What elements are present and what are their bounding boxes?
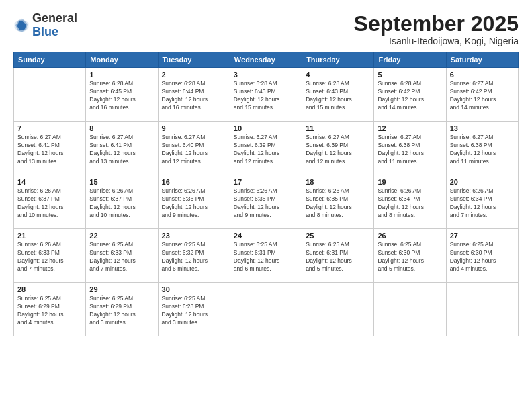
calendar: SundayMondayTuesdayWednesdayThursdayFrid… [13,52,519,336]
calendar-cell: 28Sunrise: 6:25 AM Sunset: 6:29 PM Dayli… [14,283,86,336]
logo-general: General [32,12,77,26]
calendar-week: 28Sunrise: 6:25 AM Sunset: 6:29 PM Dayli… [14,283,519,336]
calendar-week: 14Sunrise: 6:26 AM Sunset: 6:37 PM Dayli… [14,175,519,229]
calendar-cell: 23Sunrise: 6:25 AM Sunset: 6:32 PM Dayli… [158,229,230,283]
day-info: Sunrise: 6:27 AM Sunset: 6:40 PM Dayligh… [162,134,226,166]
day-info: Sunrise: 6:27 AM Sunset: 6:41 PM Dayligh… [17,134,82,166]
calendar-cell [14,68,86,122]
day-number: 18 [306,178,370,186]
day-number: 23 [162,232,226,240]
calendar-header: SundayMondayTuesdayWednesdayThursdayFrid… [14,52,519,68]
day-number: 15 [89,178,154,186]
title-block: September 2025 Isanlu-Itedoijowa, Kogi, … [354,12,519,46]
calendar-cell: 18Sunrise: 6:26 AM Sunset: 6:35 PM Dayli… [302,175,374,229]
day-info: Sunrise: 6:26 AM Sunset: 6:37 PM Dayligh… [17,187,82,220]
calendar-cell [230,283,302,336]
day-info: Sunrise: 6:25 AM Sunset: 6:29 PM Dayligh… [89,295,154,327]
calendar-cell: 2Sunrise: 6:28 AM Sunset: 6:44 PM Daylig… [158,68,230,122]
calendar-cell: 3Sunrise: 6:28 AM Sunset: 6:43 PM Daylig… [230,68,302,122]
calendar-cell: 24Sunrise: 6:25 AM Sunset: 6:31 PM Dayli… [230,229,302,283]
day-info: Sunrise: 6:25 AM Sunset: 6:30 PM Dayligh… [378,241,442,273]
calendar-cell [302,283,374,336]
day-number: 10 [234,124,298,132]
day-info: Sunrise: 6:27 AM Sunset: 6:42 PM Dayligh… [450,80,515,112]
calendar-week: 21Sunrise: 6:26 AM Sunset: 6:33 PM Dayli… [14,229,519,283]
calendar-cell: 22Sunrise: 6:25 AM Sunset: 6:33 PM Dayli… [86,229,158,283]
calendar-cell: 10Sunrise: 6:27 AM Sunset: 6:39 PM Dayli… [230,122,302,175]
calendar-cell: 5Sunrise: 6:28 AM Sunset: 6:42 PM Daylig… [374,68,446,122]
weekday-header: Sunday [14,52,86,68]
logo: General Blue [13,12,77,39]
day-number: 11 [306,124,370,132]
calendar-cell: 25Sunrise: 6:25 AM Sunset: 6:31 PM Dayli… [302,229,374,283]
day-number: 25 [306,232,370,240]
calendar-week: 7Sunrise: 6:27 AM Sunset: 6:41 PM Daylig… [14,122,519,175]
day-number: 8 [89,124,154,132]
day-info: Sunrise: 6:27 AM Sunset: 6:41 PM Dayligh… [89,134,154,166]
weekday-header: Saturday [446,52,518,68]
day-info: Sunrise: 6:27 AM Sunset: 6:39 PM Dayligh… [234,134,298,166]
day-number: 9 [162,124,226,132]
day-info: Sunrise: 6:28 AM Sunset: 6:43 PM Dayligh… [306,80,370,112]
weekday-header: Tuesday [158,52,230,68]
calendar-cell: 27Sunrise: 6:25 AM Sunset: 6:30 PM Dayli… [446,229,518,283]
calendar-cell: 16Sunrise: 6:26 AM Sunset: 6:36 PM Dayli… [158,175,230,229]
calendar-cell: 4Sunrise: 6:28 AM Sunset: 6:43 PM Daylig… [302,68,374,122]
day-number: 22 [89,232,154,240]
day-info: Sunrise: 6:26 AM Sunset: 6:34 PM Dayligh… [450,187,515,220]
calendar-cell: 20Sunrise: 6:26 AM Sunset: 6:34 PM Dayli… [446,175,518,229]
day-number: 13 [450,124,515,132]
logo-icon [13,17,30,34]
location: Isanlu-Itedoijowa, Kogi, Nigeria [354,36,519,46]
day-info: Sunrise: 6:25 AM Sunset: 6:33 PM Dayligh… [89,241,154,273]
calendar-cell: 17Sunrise: 6:26 AM Sunset: 6:35 PM Dayli… [230,175,302,229]
day-info: Sunrise: 6:25 AM Sunset: 6:32 PM Dayligh… [162,241,226,273]
day-number: 26 [378,232,442,240]
day-number: 2 [162,71,226,79]
day-number: 16 [162,178,226,186]
day-info: Sunrise: 6:26 AM Sunset: 6:35 PM Dayligh… [306,187,370,220]
calendar-cell: 9Sunrise: 6:27 AM Sunset: 6:40 PM Daylig… [158,122,230,175]
day-number: 6 [450,71,515,79]
calendar-cell: 11Sunrise: 6:27 AM Sunset: 6:39 PM Dayli… [302,122,374,175]
day-number: 3 [234,71,298,79]
calendar-cell: 30Sunrise: 6:25 AM Sunset: 6:28 PM Dayli… [158,283,230,336]
calendar-cell: 1Sunrise: 6:28 AM Sunset: 6:45 PM Daylig… [86,68,158,122]
calendar-cell [374,283,446,336]
day-info: Sunrise: 6:25 AM Sunset: 6:30 PM Dayligh… [450,241,515,273]
calendar-cell: 14Sunrise: 6:26 AM Sunset: 6:37 PM Dayli… [14,175,86,229]
day-info: Sunrise: 6:26 AM Sunset: 6:35 PM Dayligh… [234,187,298,220]
calendar-cell: 8Sunrise: 6:27 AM Sunset: 6:41 PM Daylig… [86,122,158,175]
day-number: 12 [378,124,442,132]
day-info: Sunrise: 6:26 AM Sunset: 6:37 PM Dayligh… [89,187,154,220]
day-info: Sunrise: 6:26 AM Sunset: 6:34 PM Dayligh… [378,187,442,220]
calendar-cell: 19Sunrise: 6:26 AM Sunset: 6:34 PM Dayli… [374,175,446,229]
day-number: 5 [378,71,442,79]
day-info: Sunrise: 6:26 AM Sunset: 6:33 PM Dayligh… [17,241,82,273]
weekday-header: Wednesday [230,52,302,68]
day-number: 30 [162,285,226,293]
day-number: 24 [234,232,298,240]
month-title: September 2025 [354,12,519,36]
day-info: Sunrise: 6:26 AM Sunset: 6:36 PM Dayligh… [162,187,226,220]
day-number: 7 [17,124,82,132]
day-number: 28 [17,285,82,293]
day-number: 29 [89,285,154,293]
day-number: 14 [17,178,82,186]
logo-text: General Blue [32,12,77,39]
header: General Blue September 2025 Isanlu-Itedo… [13,12,519,46]
weekday-header: Monday [86,52,158,68]
weekday-header: Friday [374,52,446,68]
calendar-cell: 12Sunrise: 6:27 AM Sunset: 6:38 PM Dayli… [374,122,446,175]
day-info: Sunrise: 6:27 AM Sunset: 6:38 PM Dayligh… [450,134,515,166]
calendar-week: 1Sunrise: 6:28 AM Sunset: 6:45 PM Daylig… [14,68,519,122]
logo-blue: Blue [32,26,77,39]
weekday-row: SundayMondayTuesdayWednesdayThursdayFrid… [14,52,519,68]
day-info: Sunrise: 6:27 AM Sunset: 6:38 PM Dayligh… [378,134,442,166]
calendar-cell: 26Sunrise: 6:25 AM Sunset: 6:30 PM Dayli… [374,229,446,283]
day-info: Sunrise: 6:25 AM Sunset: 6:31 PM Dayligh… [306,241,370,273]
day-info: Sunrise: 6:28 AM Sunset: 6:43 PM Dayligh… [234,80,298,112]
calendar-body: 1Sunrise: 6:28 AM Sunset: 6:45 PM Daylig… [14,68,519,336]
calendar-cell: 29Sunrise: 6:25 AM Sunset: 6:29 PM Dayli… [86,283,158,336]
page: General Blue September 2025 Isanlu-Itedo… [0,0,532,411]
